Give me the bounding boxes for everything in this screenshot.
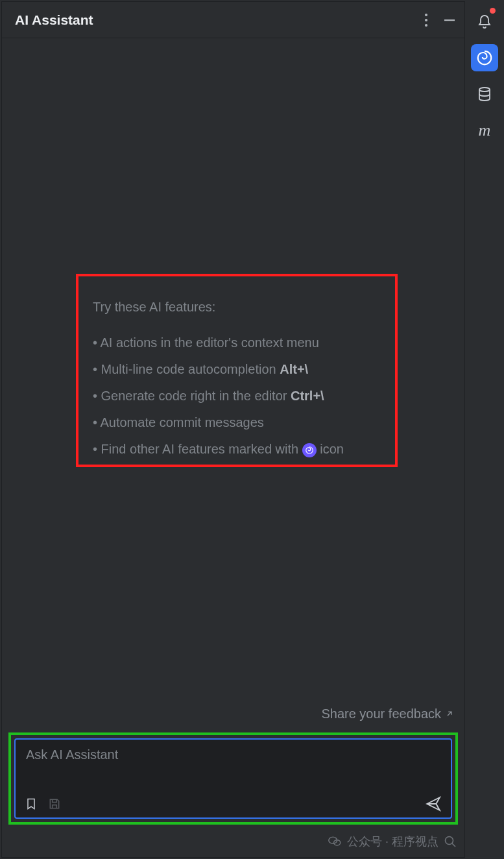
tip-item: Find other AI features marked with icon <box>93 439 381 459</box>
panel-title: AI Assistant <box>15 12 424 28</box>
chat-input-area <box>8 732 458 825</box>
external-link-icon <box>445 707 454 721</box>
svg-point-7 <box>479 88 490 91</box>
tips-heading: Try these AI features: <box>93 297 381 317</box>
more-vert-icon[interactable] <box>424 13 428 27</box>
svg-point-0 <box>425 13 427 16</box>
ai-assistant-button[interactable] <box>471 44 498 71</box>
chat-input-container <box>14 738 452 819</box>
svg-point-2 <box>425 23 427 26</box>
tip-item: Multi-line code autocompletion Alt+\ <box>93 359 381 380</box>
share-feedback-link[interactable]: Share your feedback <box>321 707 454 721</box>
bookmark-icon[interactable] <box>25 797 38 811</box>
right-sidebar: m <box>465 0 504 859</box>
notifications-button[interactable] <box>471 8 498 35</box>
watermark-text: 公众号 · 程序视点 <box>347 834 438 849</box>
tip-item: AI actions in the editor's context menu <box>93 333 381 353</box>
header-actions <box>424 13 455 27</box>
spiral-icon <box>302 443 317 457</box>
notification-badge-icon <box>490 8 496 14</box>
maven-button[interactable]: m <box>471 117 498 144</box>
chat-input[interactable] <box>25 746 442 795</box>
watermark: 公众号 · 程序视点 <box>326 834 458 849</box>
ai-features-tips: Try these AI features: AI actions in the… <box>76 274 398 467</box>
panel-header: AI Assistant <box>2 2 464 38</box>
magnifier-icon <box>442 834 458 849</box>
shortcut-label: Alt+\ <box>280 362 308 376</box>
tip-item: Automate commit messages <box>93 413 381 433</box>
panel-content: Try these AI features: AI actions in the… <box>2 38 464 857</box>
ai-assistant-panel: AI Assistant Try these AI features: AI a… <box>1 1 465 858</box>
send-icon[interactable] <box>425 795 442 812</box>
shortcut-label: Ctrl+\ <box>291 389 324 403</box>
feedback-label: Share your feedback <box>321 707 441 721</box>
tip-item: Generate code right in the editor Ctrl+\ <box>93 386 381 406</box>
wechat-icon <box>326 834 343 849</box>
svg-point-6 <box>446 837 453 845</box>
input-toolbar <box>25 795 442 812</box>
tips-list: AI actions in the editor's context menu … <box>93 333 381 459</box>
database-button[interactable] <box>471 80 498 108</box>
save-icon[interactable] <box>48 797 61 810</box>
svg-rect-3 <box>444 19 455 21</box>
svg-point-1 <box>425 18 427 21</box>
minimize-icon[interactable] <box>444 14 455 26</box>
